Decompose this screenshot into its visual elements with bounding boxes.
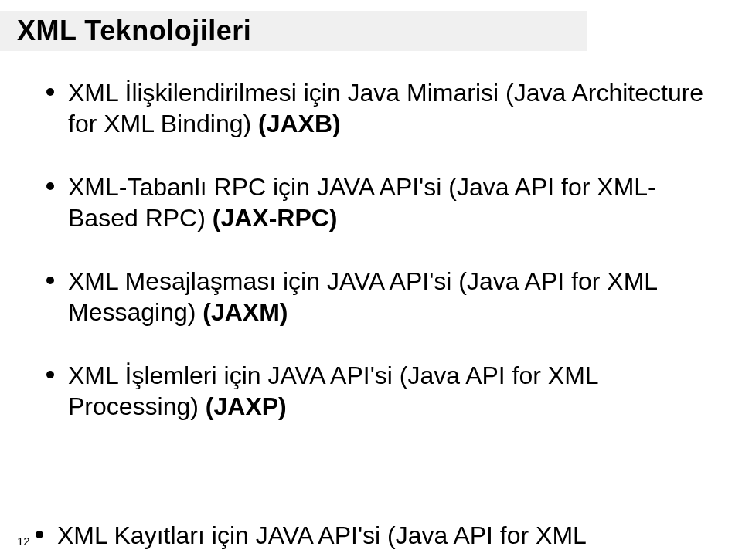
page-number: 12 (17, 535, 30, 548)
list-item: XML İşlemleri için JAVA API'si (Java API… (46, 360, 719, 422)
bullet-text: XML İlişkilendirilmesi için Java Mimaris… (68, 77, 719, 139)
title-bar: XML Teknolojileri (0, 11, 587, 51)
bullet-plain: XML-Tabanlı RPC için JAVA API'si (Java A… (68, 173, 656, 232)
list-item: XML Mesajlaşması için JAVA API'si (Java … (46, 266, 719, 328)
list-item: XML İlişkilendirilmesi için Java Mimaris… (46, 77, 719, 139)
bullet-dot-icon (36, 531, 43, 538)
bullet-dot-icon (46, 182, 54, 190)
bullet-dot-icon (46, 88, 54, 96)
bullet-bold: (JAXP) (206, 392, 287, 420)
bullet-text: XML-Tabanlı RPC için JAVA API'si (Java A… (68, 171, 719, 233)
bullet-bold: (JAX-RPC) (213, 204, 338, 232)
bullet-plain: XML Mesajlaşması için JAVA API'si (Java … (68, 267, 657, 326)
slide: XML Teknolojileri XML İlişkilendirilmesi… (0, 0, 742, 560)
bullet-dot-icon (46, 371, 54, 378)
page-title: XML Teknolojileri (17, 15, 251, 47)
bullet-plain: XML İşlemleri için JAVA API'si (Java API… (68, 361, 597, 420)
list-item: XML-Tabanlı RPC için JAVA API'si (Java A… (46, 171, 719, 233)
bullet-plain: XML Kayıtları için JAVA API'si (Java API… (57, 521, 587, 549)
bullet-bold: (JAXB) (258, 110, 341, 137)
bullet-plain: XML İlişkilendirilmesi için Java Mimaris… (68, 79, 703, 137)
bullet-text: XML Kayıtları için JAVA API'si (Java API… (57, 520, 719, 551)
bullet-text: XML Mesajlaşması için JAVA API'si (Java … (68, 266, 719, 328)
content-area: XML İlişkilendirilmesi için Java Mimaris… (46, 77, 719, 454)
bullet-bold: (JAXM) (203, 298, 288, 326)
bullet-dot-icon (46, 277, 54, 284)
bullet-text: XML İşlemleri için JAVA API'si (Java API… (68, 360, 719, 422)
list-item: XML Kayıtları için JAVA API'si (Java API… (36, 520, 719, 551)
